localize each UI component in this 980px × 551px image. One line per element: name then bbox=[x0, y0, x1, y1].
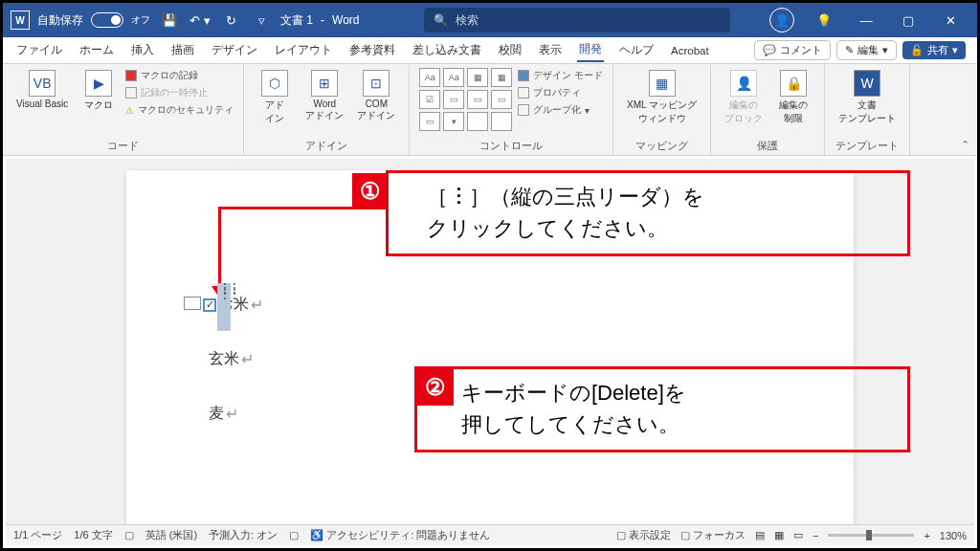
dropdown-icon[interactable]: ▿ bbox=[250, 9, 273, 32]
tab-layout[interactable]: レイアウト bbox=[273, 39, 334, 61]
close-button[interactable]: ✕ bbox=[931, 3, 969, 37]
word-addins-button[interactable]: ⊞Word アドイン bbox=[301, 68, 347, 124]
page-count[interactable]: 1/1 ページ bbox=[13, 528, 62, 542]
list-item-3: 麦↵ bbox=[209, 404, 263, 424]
annotation-arrow bbox=[218, 207, 221, 291]
annotation-2: ② キーボードの[Delete]を押してしてください。 bbox=[414, 366, 910, 452]
view-read-icon[interactable]: ▤ bbox=[755, 529, 765, 541]
group-template-label: テンプレート bbox=[835, 140, 899, 153]
spellcheck-icon[interactable]: ▢ bbox=[124, 529, 134, 541]
com-addins-button[interactable]: ⊡COM アドイン bbox=[353, 68, 399, 124]
autosave-state: オフ bbox=[131, 13, 150, 27]
autosave-label: 自動保存 bbox=[37, 12, 83, 29]
record-macro-button[interactable]: マクロの記録 bbox=[125, 68, 234, 83]
zoom-slider[interactable] bbox=[828, 534, 914, 537]
focus-button[interactable]: ▢ フォーカス bbox=[680, 528, 746, 542]
tab-file[interactable]: ファイル bbox=[14, 39, 64, 61]
help-icon[interactable]: 💡 bbox=[812, 8, 836, 33]
macro-button[interactable]: ▶マクロ bbox=[78, 68, 120, 114]
language-button[interactable]: 英語 (米国) bbox=[145, 528, 197, 542]
control-properties-icon[interactable] bbox=[184, 297, 201, 310]
tab-insert[interactable]: 挿入 bbox=[129, 39, 156, 61]
properties-button[interactable]: プロパティ bbox=[518, 85, 603, 100]
accessibility-button[interactable]: ♿ アクセシビリティ: 問題ありません bbox=[310, 528, 490, 542]
group-button[interactable]: グループ化 ▾ bbox=[518, 102, 603, 118]
document-template-button[interactable]: W文書 テンプレート bbox=[835, 68, 900, 127]
restrict-editing-button[interactable]: 🔒編集の 制限 bbox=[772, 68, 814, 127]
word-count[interactable]: 1/6 文字 bbox=[74, 528, 112, 542]
zoom-in-button[interactable]: + bbox=[924, 530, 929, 541]
search-input[interactable]: 🔍 検索 bbox=[424, 8, 730, 33]
tab-review[interactable]: 校閲 bbox=[497, 39, 523, 61]
group-addin-label: アドイン bbox=[305, 140, 347, 153]
collapse-ribbon-icon[interactable]: ⌃ bbox=[961, 139, 969, 151]
tab-developer[interactable]: 開発 bbox=[577, 38, 604, 62]
zoom-level[interactable]: 130% bbox=[940, 530, 967, 541]
tab-help[interactable]: ヘルプ bbox=[617, 39, 656, 61]
zoom-out-button[interactable]: − bbox=[813, 530, 818, 541]
tab-home[interactable]: ホーム bbox=[78, 39, 116, 61]
tab-acrobat[interactable]: Acrobat bbox=[669, 41, 711, 60]
view-web-icon[interactable]: ▭ bbox=[793, 529, 803, 541]
addins-button[interactable]: ⬡アド イン bbox=[254, 68, 296, 127]
list-item-2: 玄米↵ bbox=[209, 349, 263, 369]
undo-icon[interactable]: ↶ ▾ bbox=[189, 9, 212, 32]
save-icon[interactable]: 💾 bbox=[158, 9, 181, 32]
block-authors-button[interactable]: 👤編集の ブロック bbox=[721, 68, 767, 127]
maximize-button[interactable]: ▢ bbox=[889, 3, 927, 37]
autosave-toggle[interactable] bbox=[91, 12, 123, 28]
tab-draw[interactable]: 描画 bbox=[169, 39, 196, 61]
redo-icon[interactable]: ↻ bbox=[219, 9, 242, 32]
display-settings-button[interactable]: ▢ 表示設定 bbox=[616, 528, 671, 542]
macro-security-button[interactable]: ⚠マクロのセキュリティ bbox=[125, 102, 234, 118]
controls-gallery[interactable]: AaAa▦▦ ☑▭▭▭ ▭▾ bbox=[419, 68, 512, 131]
macro-status-icon[interactable]: ▢ bbox=[289, 529, 299, 541]
word-icon: W bbox=[11, 11, 30, 30]
tab-references[interactable]: 参考資料 bbox=[347, 39, 397, 61]
minimize-button[interactable]: — bbox=[847, 3, 885, 37]
doc-title: 文書 1 bbox=[280, 12, 313, 29]
predictive-input[interactable]: 予測入力: オン bbox=[209, 528, 278, 542]
app-name: Word bbox=[332, 13, 359, 27]
search-icon: 🔍 bbox=[434, 13, 448, 27]
vertical-dots-handle[interactable]: ⋮⋮⋮⋮ bbox=[219, 285, 238, 297]
design-mode-button[interactable]: デザイン モード bbox=[518, 68, 603, 83]
account-icon[interactable]: 👤 bbox=[769, 8, 794, 33]
view-print-icon[interactable]: ▦ bbox=[774, 529, 784, 541]
xml-mapping-button[interactable]: ▦XML マッピング ウィンドウ bbox=[623, 68, 701, 127]
annotation-number-1: ① bbox=[352, 173, 389, 209]
group-control-label: コントロール bbox=[479, 140, 543, 153]
comment-button[interactable]: 💬 コメント bbox=[754, 40, 831, 60]
tab-view[interactable]: 表示 bbox=[537, 39, 564, 61]
group-mapping-label: マッピング bbox=[635, 140, 688, 153]
share-button[interactable]: 🔓 共有 ▾ bbox=[902, 41, 966, 59]
tab-design[interactable]: デザイン bbox=[210, 39, 259, 61]
group-code-label: コード bbox=[107, 140, 139, 153]
tab-mailings[interactable]: 差し込み文書 bbox=[411, 39, 483, 61]
annotation-1: ① ［︙］（縦の三点リーダ）をクリックしてください。 bbox=[386, 170, 910, 256]
annotation-number-2: ② bbox=[417, 369, 454, 406]
group-protect-label: 保護 bbox=[757, 140, 778, 153]
edit-button[interactable]: ✎ 編集 ▾ bbox=[836, 40, 897, 60]
visual-basic-button[interactable]: VBVisual Basic bbox=[12, 68, 72, 111]
checkbox-icon[interactable]: ✓ bbox=[203, 298, 216, 312]
pause-recording-button[interactable]: 記録の一時停止 bbox=[125, 85, 234, 100]
